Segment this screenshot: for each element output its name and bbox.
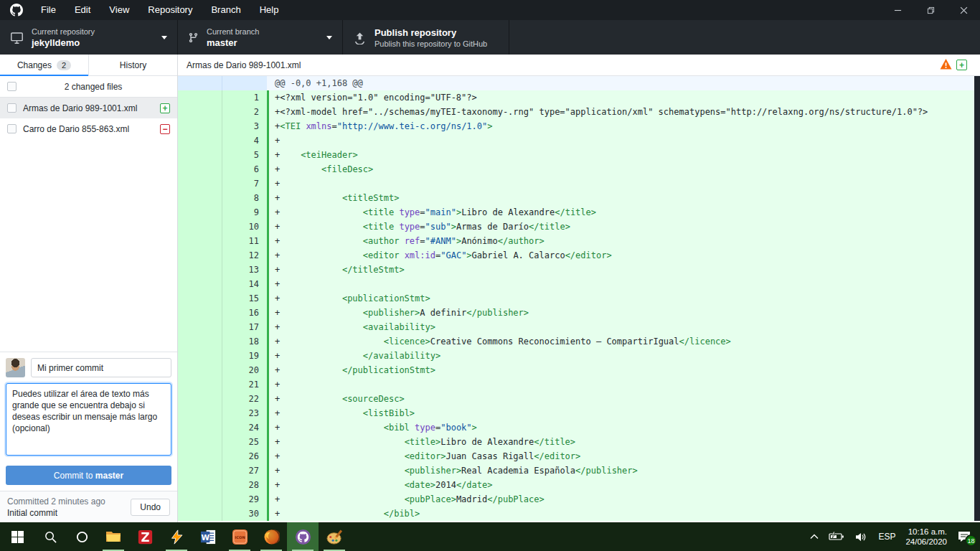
taskbar-zotero-icon[interactable] [129,522,161,551]
menu-view[interactable]: View [100,0,138,20]
taskbar-github-desktop-icon[interactable] [287,522,319,551]
taskbar-winamp-icon[interactable] [161,522,192,551]
menu-edit[interactable]: Edit [65,0,100,20]
close-button[interactable] [947,0,980,20]
menu-file[interactable]: File [32,0,65,20]
clock[interactable]: 10:16 a.m. 24/06/2020 [905,527,947,547]
changed-files-count: 2 changed files [17,82,170,92]
taskbar-paint-icon[interactable] [319,522,350,551]
file-row[interactable]: Carro de Dario 855-863.xml− [0,118,177,139]
notification-center-icon[interactable]: 18 [957,530,971,543]
diff-added-line: 21+ [178,377,980,392]
diff-scrollbar[interactable] [974,76,980,521]
new-line-number: 27 [222,463,267,478]
menu-help[interactable]: Help [250,0,288,20]
diff-line-code: + <teiHeader> [269,148,980,162]
new-line-number: 8 [222,191,267,205]
old-line-number [178,248,222,263]
computer-icon [10,31,24,44]
diff-added-line: 10+ <title type="sub">Armas de Darío</ti… [178,220,980,234]
sidebar-empty-space [0,139,177,352]
old-line-number [178,463,222,478]
file-name: Armas de Dario 989-1001.xml [23,103,154,113]
new-line-number: 4 [222,133,267,148]
system-tray: ESP 10:16 a.m. 24/06/2020 18 [810,522,980,551]
diff-added-line: 25+ <title>Libro de Alexandre</title> [178,435,980,449]
old-line-number [178,133,222,148]
file-checkbox[interactable] [7,124,17,133]
new-line-number: 23 [222,406,267,420]
old-line-number [178,220,222,234]
undo-button[interactable]: Undo [131,499,170,516]
new-line-number: 10 [222,220,267,234]
diff-line-code: + [269,133,980,148]
repo-label: Current repository [32,27,95,36]
diff-line-code: + <titleStmt> [269,191,980,205]
new-line-number: 12 [222,248,267,263]
new-line-number: 29 [222,492,267,507]
hunk-header-row: @@ -0,0 +1,168 @@ [178,76,980,90]
battery-icon[interactable] [829,532,844,542]
diff-line-code: + <author ref="#ANM">Anónimo</author> [269,234,980,248]
upload-icon [353,31,367,44]
old-line-number [178,263,222,277]
warning-icon[interactable] [940,58,952,72]
tab-changes[interactable]: Changes 2 [0,55,89,75]
volume-icon[interactable] [854,532,868,542]
tab-history[interactable]: History [89,55,177,75]
tray-expand-chevron-icon[interactable] [810,534,819,540]
new-line-number: 3 [222,119,267,133]
menu-bar: FileEditViewRepositoryBranchHelp [32,0,288,20]
diff-added-line: 16+ <publisher>A definir</publisher> [178,306,980,320]
taskbar-file-explorer-icon[interactable] [98,522,129,551]
publish-repository-button[interactable]: Publish repository Publish this reposito… [343,20,509,55]
user-avatar [6,358,25,377]
new-line-number: 22 [222,392,267,406]
taskbar-icon-app-icon[interactable]: ICON [224,522,255,551]
diff-added-line: 2+<?xml-model href="../schemas/myTEI-tax… [178,105,980,119]
new-line-number: 24 [222,420,267,435]
file-checkbox[interactable] [7,103,17,113]
new-line-number: 6 [222,162,267,176]
diff-added-line: 7+ [178,176,980,191]
diff-line-code: + </titleStmt> [269,263,980,277]
chevron-down-icon [326,36,332,39]
current-repository-selector[interactable]: Current repository jekylldemo [0,20,178,55]
new-line-number: 17 [222,320,267,334]
notification-count-badge: 18 [965,534,977,547]
diff-added-line: 6+ <fileDesc> [178,162,980,176]
commit-summary-input[interactable] [31,358,171,377]
current-branch-selector[interactable]: Current branch master [178,20,343,55]
restore-button[interactable] [914,0,947,20]
taskbar-firefox-icon[interactable] [255,522,287,551]
old-line-number [178,435,222,449]
diff-added-line: 3+<TEI xmlns="http://www.tei-c.org/ns/1.… [178,119,980,133]
old-line-number [178,420,222,435]
diff-line-code: + <title type="main">Libro de Alexandre<… [269,205,980,220]
new-line-number: 26 [222,449,267,463]
menu-repository[interactable]: Repository [138,0,202,20]
taskbar-word-icon[interactable]: W [192,522,224,551]
old-line-number [178,406,222,420]
taskbar-start-icon[interactable] [0,522,34,551]
commit-to-master-button[interactable]: Commit to master [6,466,171,485]
commit-description-textarea[interactable]: Puedes utilizar el área de texto más gra… [6,383,171,456]
select-all-checkbox[interactable] [7,82,17,91]
chevron-down-icon [161,36,167,39]
menu-branch[interactable]: Branch [202,0,250,20]
diff-added-line: 8+ <titleStmt> [178,191,980,205]
diff-added-line: 13+ </titleStmt> [178,263,980,277]
old-line-number [178,191,222,205]
input-language-indicator[interactable]: ESP [878,532,895,542]
old-line-number [178,277,222,291]
hunk-header-text: @@ -0,0 +1,168 @@ [269,76,980,90]
file-row[interactable]: Armas de Dario 989-1001.xml+ [0,98,177,118]
minimize-button[interactable] [881,0,914,20]
taskbar-apps: WICON [0,522,350,551]
svg-text:W: W [201,532,209,541]
taskbar-search-icon[interactable] [34,522,66,551]
window-controls [881,0,980,20]
diff-line-code: + <bibl type="book"> [269,420,980,435]
taskbar-cortana-icon[interactable] [66,522,98,551]
github-logo-icon [10,4,23,17]
